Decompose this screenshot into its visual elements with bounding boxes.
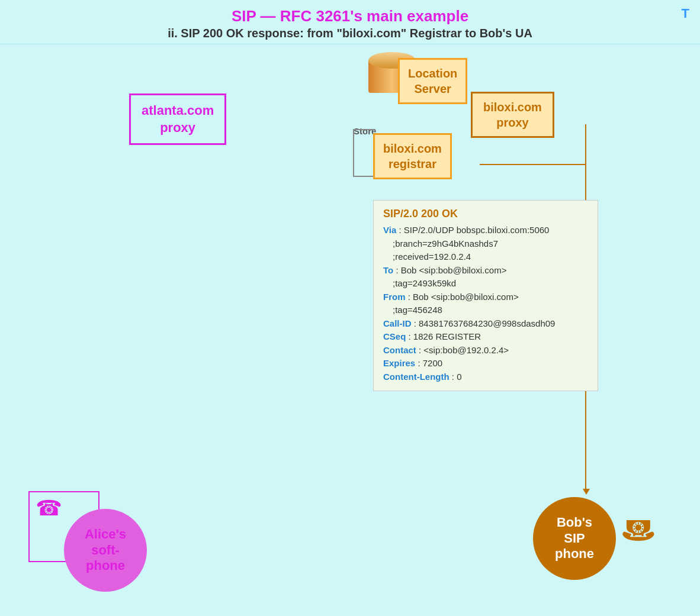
alice-phone-icon: ☎ xyxy=(36,496,62,521)
sip-via-line: Via : SIP/2.0/UDP bobspc.biloxi.com:5060 xyxy=(383,224,588,237)
atlanta-proxy-label: atlanta.comproxy xyxy=(142,103,214,135)
from-label: From xyxy=(383,292,406,302)
registrar-to-proxy-line xyxy=(480,164,585,165)
expires-value: : 7200 xyxy=(418,358,442,368)
biloxi-registrar-box: biloxi.comregistrar xyxy=(373,133,452,179)
cseq-value: : 1826 REGISTER xyxy=(409,331,481,341)
from-value: : Bob <sip:bob@biloxi.com> xyxy=(408,292,519,302)
bob-circle: Bob'sSIPphone xyxy=(533,497,616,580)
biloxi-proxy-label: biloxi.comproxy xyxy=(483,101,542,129)
sip-status-line: SIP/2.0 200 OK xyxy=(383,208,588,220)
sip-from-line: From : Bob <sip:bob@biloxi.com> xyxy=(383,291,588,304)
callid-label: Call-ID xyxy=(383,318,412,328)
page-subtitle: ii. SIP 200 OK response: from "biloxi.co… xyxy=(0,27,700,40)
sip-callid-line: Call-ID : 843817637684230@998sdasdh09 xyxy=(383,317,588,331)
sip-cseq-line: CSeq : 1826 REGISTER xyxy=(383,330,588,344)
contentlength-value: : 0 xyxy=(452,372,462,382)
location-server-label: LocationServer xyxy=(408,67,457,95)
via-value: : SIP/2.0/UDP bobspc.biloxi.com:5060 xyxy=(399,225,549,235)
sip-contact-line: Contact : <sip:bob@192.0.2.4> xyxy=(383,344,588,357)
via-branch: ;branch=z9hG4bKnashds7 xyxy=(383,237,588,251)
sip-to-line: To : Bob <sip:bob@biloxi.com> xyxy=(383,264,588,278)
sip-expires-line: Expires : 7200 xyxy=(383,357,588,370)
header: SIP — RFC 3261's main example ii. SIP 20… xyxy=(0,0,700,44)
bracket-top-line xyxy=(353,129,375,130)
bracket-left-line xyxy=(353,129,354,176)
expires-label: Expires xyxy=(383,358,415,368)
to-label: To xyxy=(383,265,393,275)
atlanta-proxy-box: atlanta.comproxy xyxy=(129,93,226,145)
bob-phone-icon: ☎ xyxy=(621,514,656,547)
cseq-label: CSeq xyxy=(383,331,406,341)
alice-circle: Alice'ssoft-phone xyxy=(64,509,147,592)
to-tag: ;tag=2493k59kd xyxy=(383,277,588,291)
via-label: Via xyxy=(383,225,396,235)
bracket-bottom-line xyxy=(353,176,375,177)
to-value: : Bob <sip:bob@biloxi.com> xyxy=(396,265,506,275)
contact-label: Contact xyxy=(383,345,416,355)
sip-message-box: SIP/2.0 200 OK Via : SIP/2.0/UDP bobspc.… xyxy=(373,200,598,391)
location-server-box: LocationServer xyxy=(398,58,467,104)
contentlength-label: Content-Length xyxy=(383,372,449,382)
contact-value: : <sip:bob@192.0.2.4> xyxy=(419,345,509,355)
page-title: SIP — RFC 3261's main example xyxy=(0,7,700,25)
bob-label: Bob'sSIPphone xyxy=(555,515,594,562)
alice-label: Alice'ssoft-phone xyxy=(85,527,126,573)
callid-value: : 843817637684230@998sdasdh09 xyxy=(414,318,555,328)
biloxi-proxy-box: biloxi.comproxy xyxy=(471,92,554,138)
via-received: ;received=192.0.2.4 xyxy=(383,250,588,264)
vertical-arrow xyxy=(583,489,590,495)
biloxi-registrar-label: biloxi.comregistrar xyxy=(383,142,442,170)
from-tag: ;tag=456248 xyxy=(383,304,588,317)
sip-contentlength-line: Content-Length : 0 xyxy=(383,370,588,384)
top-right-label: T xyxy=(682,6,689,21)
